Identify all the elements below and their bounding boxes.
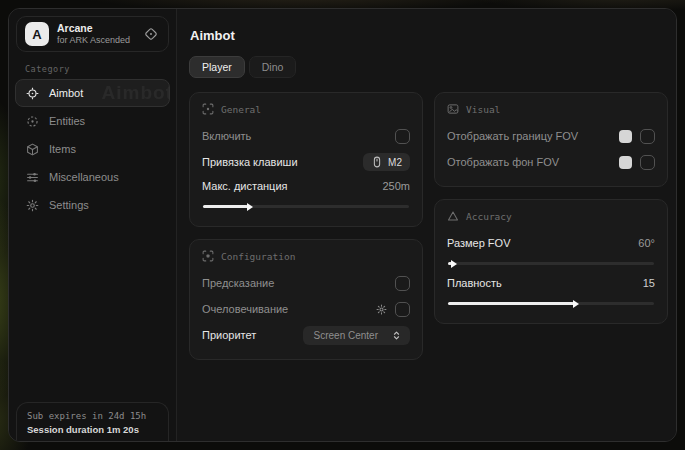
fov-size-label: Размер FOV [447,237,510,249]
visual-card-header: Visual [447,103,655,115]
configuration-card-title: Configuration [221,251,295,262]
diamond-target-icon[interactable] [142,25,160,43]
sidebar-item-label: Aimbot [49,87,83,99]
max-distance-value: 250m [382,180,410,192]
fov-bg-controls [619,155,655,170]
tab-dino[interactable]: Dino [249,56,297,78]
mouse-icon [371,156,383,168]
smoothness-block: Плавность 15 [447,271,655,305]
brand-card: A Arcane for ARK Ascended [16,16,169,52]
humanization-label: Очеловечивание [202,303,288,315]
max-distance-label: Макс. дистанция [202,180,288,192]
category-label: Category [25,64,170,74]
accuracy-card-header: Accuracy [447,210,655,222]
right-column: Visual Отображать границу FOV Отображать… [434,92,668,324]
scan-target-icon [202,103,214,115]
chevron-up-down-icon [391,330,402,341]
smoothness-label: Плавность [447,277,502,289]
fov-size-row: Размер FOV 60° [447,231,655,255]
tab-bar: Player Dino [189,56,668,78]
slider-thumb[interactable] [247,203,253,211]
sidebar-item-miscellaneous[interactable]: Miscellaneous [15,163,170,191]
keybind-button[interactable]: M2 [363,153,410,171]
sidebar-item-label: Miscellaneous [49,171,119,183]
keybind-row: Привязка клавиши M2 [202,150,410,174]
sidebar-item-aimbot[interactable]: Aimbot Aimbot [15,79,170,107]
sidebar: A Arcane for ARK Ascended Category [9,9,177,441]
sidebar-item-items[interactable]: Items [15,135,170,163]
slider-fill [203,205,248,208]
humanization-row: Очеловечивание [202,297,410,321]
fov-border-color-swatch[interactable] [619,130,632,143]
accuracy-card: Accuracy Размер FOV 60° [434,199,668,324]
accuracy-card-title: Accuracy [466,211,512,222]
humanization-controls [376,302,410,317]
nav-ghost-watermark: Aimbot [102,82,170,104]
enable-row: Включить [202,124,410,148]
scan-box-icon [202,250,214,262]
fov-size-value: 60° [638,237,655,249]
priority-row: Приоритет Screen Center [202,323,410,347]
fov-border-checkbox[interactable] [640,129,655,144]
gear-icon [26,199,39,212]
slider-fill [448,262,452,265]
session-duration-text: Session duration 1m 20s [27,424,158,435]
sidebar-spacer [15,219,170,402]
fov-size-block: Размер FOV 60° [447,231,655,265]
brand-logo: A [25,22,49,46]
desktop-background: { "colors": { "window_bg": "#141414", "c… [0,0,685,450]
general-card-header: General [202,103,410,115]
humanization-checkbox[interactable] [395,302,410,317]
main-panel: Aimbot Player Dino Gener [177,9,677,441]
left-column: General Включить Привязка клавиши [189,92,423,360]
slider-fill [448,302,574,305]
general-card: General Включить Привязка клавиши [189,92,423,227]
triangle-icon [447,210,459,222]
sidebar-nav: Aimbot Aimbot Entities [15,79,170,219]
sub-expires-text: Sub expires in 24d 15h [27,411,158,421]
card-columns: General Включить Привязка клавиши [189,92,668,360]
smoothness-value: 15 [643,277,655,289]
fov-size-slider[interactable] [448,262,654,265]
priority-label: Приоритет [202,329,256,341]
humanization-gear-icon[interactable] [376,304,387,315]
smoothness-row: Плавность 15 [447,271,655,295]
keybind-value: M2 [388,157,402,168]
sidebar-item-label: Items [49,143,76,155]
fov-border-label: Отображать границу FOV [447,130,578,142]
brand-text: Arcane for ARK Ascended [57,22,134,45]
fov-border-controls [619,129,655,144]
fov-bg-label: Отображать фон FOV [447,156,559,168]
visual-card-title: Visual [466,104,500,115]
enable-checkbox[interactable] [395,129,410,144]
slider-thumb[interactable] [451,260,457,268]
prediction-checkbox[interactable] [395,276,410,291]
radar-icon [26,115,39,128]
max-distance-slider[interactable] [203,205,409,208]
crosshair-icon [26,87,39,100]
cheat-menu-window: A Arcane for ARK Ascended Category [8,8,677,442]
page-title: Aimbot [190,28,668,43]
cube-icon [26,143,39,156]
sidebar-item-entities[interactable]: Entities [15,107,170,135]
fov-border-row: Отображать границу FOV [447,124,655,148]
brand-name: Arcane [57,22,134,35]
prediction-label: Предсказание [202,277,274,289]
configuration-card-header: Configuration [202,250,410,262]
slider-thumb[interactable] [573,300,579,308]
visual-card: Visual Отображать границу FOV Отображать… [434,92,668,187]
priority-dropdown[interactable]: Screen Center [303,326,410,345]
max-distance-row: Макс. дистанция 250m [202,174,410,198]
sliders-icon [26,171,39,184]
priority-dropdown-value: Screen Center [314,330,378,341]
fov-bg-row: Отображать фон FOV [447,150,655,174]
fov-bg-checkbox[interactable] [640,155,655,170]
sidebar-item-settings[interactable]: Settings [15,191,170,219]
brand-subtitle: for ARK Ascended [57,35,134,46]
fov-bg-color-swatch[interactable] [619,156,632,169]
smoothness-slider[interactable] [448,302,654,305]
sidebar-item-label: Entities [49,115,85,127]
prediction-row: Предсказание [202,271,410,295]
general-card-title: General [221,104,261,115]
tab-player[interactable]: Player [189,56,245,78]
